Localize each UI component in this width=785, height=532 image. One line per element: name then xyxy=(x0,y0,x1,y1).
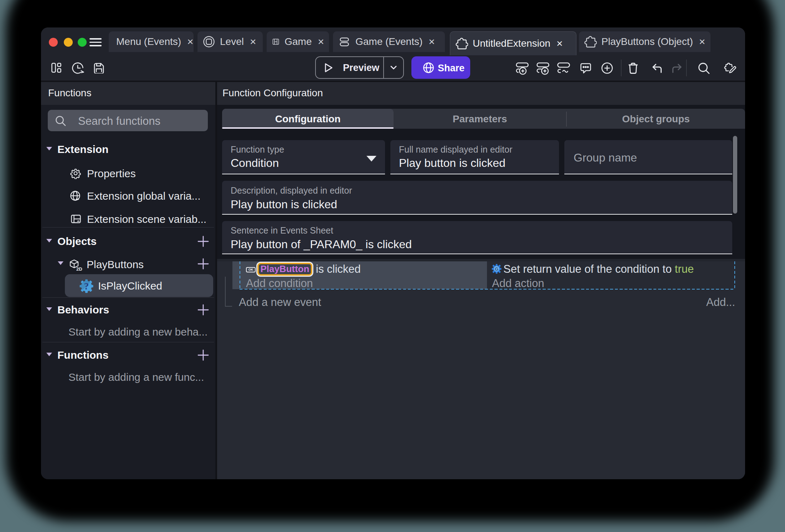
svg-text:?: ? xyxy=(84,281,89,292)
svg-text:G: G xyxy=(495,266,498,272)
